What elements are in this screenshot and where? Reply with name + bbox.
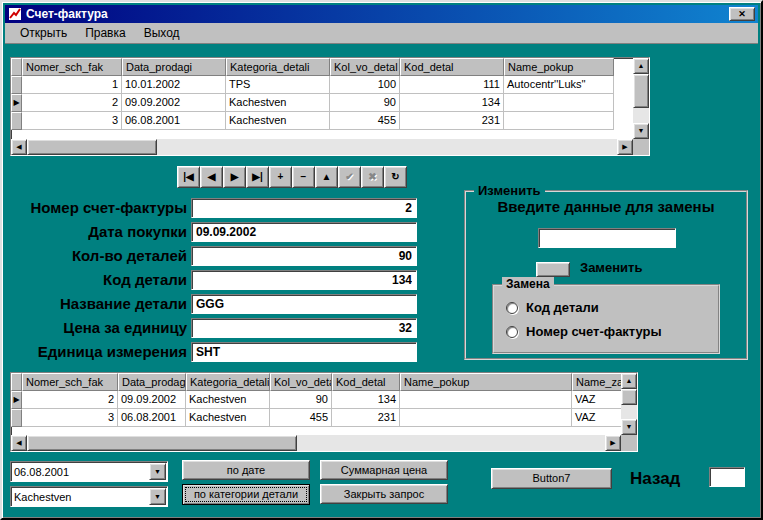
scroll-right-icon[interactable]: ▶ xyxy=(617,139,633,155)
replace-button[interactable] xyxy=(536,262,570,277)
cell[interactable]: Kachestven xyxy=(186,409,270,427)
sum-price-button[interactable]: Суммарная цена xyxy=(320,460,448,480)
nav-refresh-button[interactable]: ↻ xyxy=(384,166,407,188)
back-input[interactable] xyxy=(709,467,745,487)
cell[interactable] xyxy=(400,391,572,409)
cell[interactable] xyxy=(400,409,572,427)
cell[interactable]: Autocentr''Luks'' xyxy=(504,76,614,94)
replace-prompt: Введите данные для замены xyxy=(466,198,746,215)
scrollbar-thumb[interactable] xyxy=(27,139,157,155)
nav-prior-button[interactable]: ◀ xyxy=(200,166,223,188)
cell[interactable]: 3 xyxy=(22,112,122,130)
by-category-button[interactable]: по категории детали xyxy=(182,484,310,505)
radio-part-code[interactable] xyxy=(506,302,518,314)
horizontal-scrollbar[interactable]: ◀ ▶ xyxy=(11,139,633,155)
purchase-date-input[interactable] xyxy=(191,222,417,242)
chevron-down-icon[interactable]: ▼ xyxy=(149,463,166,480)
cell[interactable]: 2 xyxy=(22,391,118,409)
table-row-active[interactable]: ▶ 2 09.09.2002 Kachestven 90 134 xyxy=(11,94,649,112)
cell[interactable]: 231 xyxy=(400,112,504,130)
table-row[interactable]: 1 10.01.2002 TPS 100 111 Autocentr''Luks… xyxy=(11,76,649,94)
cell[interactable]: TPS xyxy=(226,76,330,94)
scroll-down-icon[interactable]: ▼ xyxy=(621,419,637,435)
titlebar[interactable]: Счет-фактура ✕ xyxy=(5,5,758,23)
replace-value-input[interactable] xyxy=(538,228,676,248)
menu-exit[interactable]: Выход xyxy=(135,23,189,43)
col-header: Kol_vo_detal xyxy=(330,58,400,76)
cell[interactable]: 231 xyxy=(332,409,400,427)
col-header: Name_za xyxy=(572,373,623,391)
cell[interactable]: 134 xyxy=(400,94,504,112)
grid-bottom-header: Nomer_sch_fak Data_prodagi Kategoria_det… xyxy=(11,373,637,391)
col-header: Kod_detal xyxy=(332,373,400,391)
menu-edit[interactable]: Правка xyxy=(76,23,135,43)
cell[interactable]: 09.09.2002 xyxy=(122,94,226,112)
table-row[interactable]: 3 06.08.2001 Kachestven 455 231 VAZ xyxy=(11,409,637,427)
close-query-button[interactable]: Закрыть запрос xyxy=(320,484,448,504)
cell[interactable]: VAZ xyxy=(572,391,623,409)
cell[interactable]: 2 xyxy=(22,94,122,112)
cell[interactable]: Kachestven xyxy=(226,112,330,130)
cell[interactable]: 134 xyxy=(332,391,400,409)
scrollbar-corner xyxy=(621,435,637,451)
cell[interactable]: 455 xyxy=(270,409,332,427)
cell[interactable]: 90 xyxy=(270,391,332,409)
col-header: Name_pokup xyxy=(400,373,572,391)
nav-insert-button[interactable]: + xyxy=(269,166,292,188)
scrollbar-thumb[interactable] xyxy=(621,389,637,405)
unit-measure-input[interactable] xyxy=(191,342,417,362)
table-row-active[interactable]: ▶ 2 09.09.2002 Kachestven 90 134 VAZ xyxy=(11,391,637,409)
part-name-input[interactable] xyxy=(191,294,417,314)
cell[interactable]: 100 xyxy=(330,76,400,94)
vertical-scrollbar[interactable]: ▲ ▼ xyxy=(621,373,637,435)
horizontal-scrollbar[interactable]: ◀ ▶ xyxy=(11,435,621,451)
nav-first-button[interactable]: |◀ xyxy=(177,166,200,188)
cell[interactable]: 111 xyxy=(400,76,504,94)
cell[interactable]: 10.01.2002 xyxy=(122,76,226,94)
scrollbar-thumb[interactable] xyxy=(27,435,297,451)
cell[interactable]: 3 xyxy=(22,409,118,427)
cell[interactable]: VAZ xyxy=(572,409,623,427)
button7[interactable]: Button7 xyxy=(491,468,612,489)
app-icon xyxy=(8,7,22,21)
cell[interactable]: Kachestven xyxy=(226,94,330,112)
cell[interactable]: 06.08.2001 xyxy=(118,409,186,427)
close-icon[interactable]: ✕ xyxy=(729,7,755,21)
scroll-down-icon[interactable]: ▼ xyxy=(633,123,649,139)
scroll-up-icon[interactable]: ▲ xyxy=(633,58,649,74)
cell[interactable]: 09.09.2002 xyxy=(118,391,186,409)
cell[interactable] xyxy=(504,112,614,130)
nav-next-button[interactable]: ▶ xyxy=(223,166,246,188)
invoice-number-input[interactable] xyxy=(191,198,417,218)
vertical-scrollbar[interactable]: ▲ ▼ xyxy=(633,58,649,139)
grid-top-header: Nomer_sch_fak Data_prodagi Kategoria_det… xyxy=(11,58,649,76)
scroll-left-icon[interactable]: ◀ xyxy=(11,139,27,155)
nav-delete-button[interactable]: − xyxy=(292,166,315,188)
category-combobox[interactable]: Kachestven ▼ xyxy=(10,486,168,507)
radio-invoice-number[interactable] xyxy=(506,326,518,338)
scroll-left-icon[interactable]: ◀ xyxy=(11,435,27,451)
cell[interactable]: 90 xyxy=(330,94,400,112)
cell[interactable]: 455 xyxy=(330,112,400,130)
cell[interactable]: 1 xyxy=(22,76,122,94)
col-header: Data_prodagi xyxy=(122,58,226,76)
part-code-input[interactable] xyxy=(191,270,417,290)
cell[interactable]: 06.08.2001 xyxy=(122,112,226,130)
menu-open[interactable]: Открыть xyxy=(11,23,76,43)
table-row[interactable]: 3 06.08.2001 Kachestven 455 231 xyxy=(11,112,649,130)
row-indicator xyxy=(11,112,22,130)
nav-edit-button[interactable]: ▲ xyxy=(315,166,338,188)
edit-groupbox: Изменить Введите данные для замены Замен… xyxy=(464,190,748,360)
cell[interactable]: Kachestven xyxy=(186,391,270,409)
scroll-right-icon[interactable]: ▶ xyxy=(605,435,621,451)
radio-invoice-number-label: Номер счет-фактуры xyxy=(526,324,662,339)
parts-count-input[interactable] xyxy=(191,246,417,266)
scroll-up-icon[interactable]: ▲ xyxy=(621,373,637,389)
cell[interactable] xyxy=(504,94,614,112)
scrollbar-thumb[interactable] xyxy=(633,74,649,108)
nav-last-button[interactable]: ▶| xyxy=(246,166,269,188)
chevron-down-icon[interactable]: ▼ xyxy=(149,488,166,505)
by-date-button[interactable]: по дате xyxy=(182,460,310,480)
date-combobox[interactable]: 06.08.2001 ▼ xyxy=(10,461,168,482)
unit-price-input[interactable] xyxy=(191,318,417,338)
